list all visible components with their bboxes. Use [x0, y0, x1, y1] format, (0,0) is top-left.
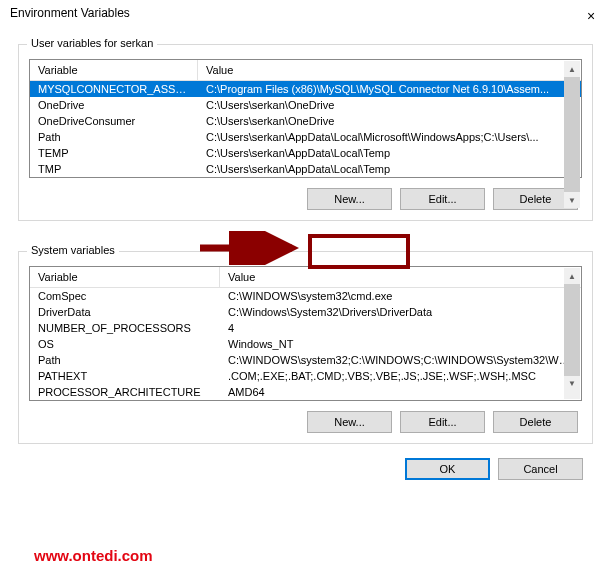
cell-value: C:\Users\serkan\OneDrive — [198, 113, 581, 129]
cell-variable: TMP — [30, 161, 198, 177]
user-scrollbar[interactable]: ▲ ▼ — [564, 61, 580, 176]
cell-value: C:\Users\serkan\AppData\Local\Microsoft\… — [198, 129, 581, 145]
user-scrollbar-thumb[interactable] — [564, 77, 580, 192]
cell-value: 4 — [220, 320, 581, 336]
scroll-up-icon[interactable]: ▲ — [564, 61, 580, 77]
system-scrollbar-thumb[interactable] — [564, 284, 580, 376]
user-group-label: User variables for serkan — [27, 37, 157, 49]
ok-button[interactable]: OK — [405, 458, 490, 480]
system-group-label: System variables — [27, 244, 119, 256]
cell-value: C:\WINDOWS\system32;C:\WINDOWS;C:\WINDOW… — [220, 352, 581, 368]
system-variables-table[interactable]: Variable Value ComSpecC:\WINDOWS\system3… — [29, 266, 582, 401]
user-variables-table[interactable]: Variable Value MYSQLCONNECTOR_ASSEM...C:… — [29, 59, 582, 178]
cell-value: C:\Program Files (x86)\MySQL\MySQL Conne… — [198, 81, 581, 97]
system-variables-group: System variables Variable Value ComSpecC… — [18, 251, 593, 444]
system-button-row: New... Edit... Delete — [29, 411, 582, 433]
cell-value: Windows_NT — [220, 336, 581, 352]
system-scrollbar[interactable]: ▲ ▼ — [564, 268, 580, 399]
user-button-row: New... Edit... Delete — [29, 188, 582, 210]
cell-variable: DriverData — [30, 304, 220, 320]
table-row[interactable]: DriverDataC:\Windows\System32\Drivers\Dr… — [30, 304, 581, 320]
cell-variable: TEMP — [30, 145, 198, 161]
table-row[interactable]: PathC:\WINDOWS\system32;C:\WINDOWS;C:\WI… — [30, 352, 581, 368]
table-row[interactable]: OneDriveConsumerC:\Users\serkan\OneDrive — [30, 113, 581, 129]
system-delete-button[interactable]: Delete — [493, 411, 578, 433]
user-col-variable[interactable]: Variable — [30, 60, 198, 80]
table-row[interactable]: NUMBER_OF_PROCESSORS4 — [30, 320, 581, 336]
window-title: Environment Variables — [10, 6, 130, 20]
scroll-up-icon[interactable]: ▲ — [564, 268, 580, 284]
cell-variable: OS — [30, 336, 220, 352]
cell-value: AMD64 — [220, 384, 581, 400]
user-variables-group: User variables for serkan Variable Value… — [18, 44, 593, 221]
cell-value: .COM;.EXE;.BAT;.CMD;.VBS;.VBE;.JS;.JSE;.… — [220, 368, 581, 384]
system-table-header: Variable Value — [30, 267, 581, 288]
cell-variable: Path — [30, 129, 198, 145]
titlebar: Environment Variables × — [0, 0, 611, 38]
cell-value: C:\Users\serkan\AppData\Local\Temp — [198, 161, 581, 177]
cell-variable: PROCESSOR_ARCHITECTURE — [30, 384, 220, 400]
table-row[interactable]: PATHEXT.COM;.EXE;.BAT;.CMD;.VBS;.VBE;.JS… — [30, 368, 581, 384]
user-table-header: Variable Value — [30, 60, 581, 81]
table-row[interactable]: TEMPC:\Users\serkan\AppData\Local\Temp — [30, 145, 581, 161]
cell-variable: ComSpec — [30, 288, 220, 304]
cell-variable: MYSQLCONNECTOR_ASSEM... — [30, 81, 198, 97]
table-row[interactable]: MYSQLCONNECTOR_ASSEM...C:\Program Files … — [30, 81, 581, 97]
scroll-down-icon[interactable]: ▼ — [564, 376, 580, 392]
user-edit-button[interactable]: Edit... — [400, 188, 485, 210]
scroll-down-icon[interactable]: ▼ — [564, 192, 580, 208]
system-edit-button[interactable]: Edit... — [400, 411, 485, 433]
cell-variable: OneDrive — [30, 97, 198, 113]
user-col-value[interactable]: Value — [198, 60, 581, 80]
close-icon: × — [587, 8, 595, 24]
cancel-button[interactable]: Cancel — [498, 458, 583, 480]
table-row[interactable]: TMPC:\Users\serkan\AppData\Local\Temp — [30, 161, 581, 177]
system-col-variable[interactable]: Variable — [30, 267, 220, 287]
cell-value: C:\Users\serkan\AppData\Local\Temp — [198, 145, 581, 161]
table-row[interactable]: PathC:\Users\serkan\AppData\Local\Micros… — [30, 129, 581, 145]
close-button[interactable]: × — [571, 6, 611, 26]
system-col-value[interactable]: Value — [220, 267, 581, 287]
table-row[interactable]: PROCESSOR_ARCHITECTUREAMD64 — [30, 384, 581, 400]
watermark: www.ontedi.com — [34, 547, 153, 564]
dialog-button-row: OK Cancel — [0, 458, 611, 490]
cell-value: C:\Windows\System32\Drivers\DriverData — [220, 304, 581, 320]
user-new-button[interactable]: New... — [307, 188, 392, 210]
cell-variable: NUMBER_OF_PROCESSORS — [30, 320, 220, 336]
table-row[interactable]: OSWindows_NT — [30, 336, 581, 352]
system-new-button[interactable]: New... — [307, 411, 392, 433]
cell-value: C:\WINDOWS\system32\cmd.exe — [220, 288, 581, 304]
table-row[interactable]: ComSpecC:\WINDOWS\system32\cmd.exe — [30, 288, 581, 304]
cell-variable: Path — [30, 352, 220, 368]
cell-value: C:\Users\serkan\OneDrive — [198, 97, 581, 113]
table-row[interactable]: OneDriveC:\Users\serkan\OneDrive — [30, 97, 581, 113]
cell-variable: OneDriveConsumer — [30, 113, 198, 129]
cell-variable: PATHEXT — [30, 368, 220, 384]
